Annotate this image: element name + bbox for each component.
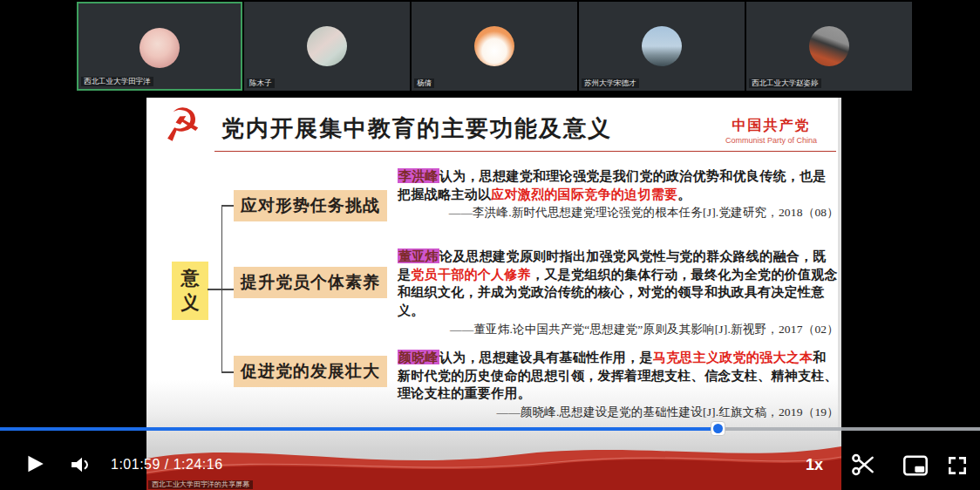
progress-knob[interactable] (711, 421, 725, 436)
puppy-cartoon-avatar (474, 26, 514, 66)
progress-bar[interactable] (0, 427, 980, 431)
pink-cartoon-avatar (140, 28, 180, 68)
time-display: 1:01:59 / 1:24:16 (111, 457, 223, 473)
participant-tile: 杨倩 (412, 2, 577, 91)
participant-tile: 苏州大学宋德才 (579, 2, 745, 91)
author-highlight: 董亚炜 (398, 248, 439, 263)
participant-name: 苏州大学宋德才 (582, 78, 639, 88)
video-player: 西北工业大学田宇洋 陈木子 杨倩 苏州大学宋德才 西北工业大学赵姿婷 ☭ 党内开… (0, 0, 980, 490)
lake-landscape-avatar (642, 26, 682, 66)
citation: ——李洪峰.新时代思想建党理论强党的根本任务[J].党建研究，2018（08） (398, 205, 839, 221)
participant-tile: 陈木子 (244, 2, 410, 91)
diagram-branch-1: 应对形势任务挑战 (234, 190, 387, 221)
participant-filmstrip: 西北工业大学田宇洋 陈木子 杨倩 苏州大学宋德才 西北工业大学赵姿婷 (77, 2, 912, 91)
participant-name: 杨倩 (414, 78, 434, 88)
participant-name: 陈木子 (247, 78, 275, 88)
bracket-stub-bottom (221, 371, 234, 373)
participant-name: 西北工业大学田宇洋 (81, 77, 153, 86)
diagram-branch-3: 促进党的发展壮大 (234, 356, 387, 387)
hammer-sickle-icon: ☭ (159, 98, 204, 153)
author-highlight: 李洪峰 (398, 168, 439, 183)
participant-name: 西北工业大学赵姿婷 (749, 78, 821, 88)
playback-speed-button[interactable]: 1x (806, 456, 823, 474)
flower-avatar (307, 26, 347, 66)
play-button[interactable] (24, 453, 46, 475)
bracket-stub-middle (208, 289, 234, 290)
diagram-root-box: 意义 (172, 262, 208, 320)
bracket-stub-top (221, 205, 234, 207)
quote-block-2: 董亚炜论及思想建党原则时指出加强党风党性与党的群众路线的融合，既是党员干部的个人… (398, 248, 839, 337)
participant-tile: 西北工业大学田宇洋 (77, 2, 242, 91)
participant-tile: 西北工业大学赵姿婷 (746, 2, 912, 91)
diagram-branch-2: 提升党员个体素养 (234, 267, 387, 298)
clip-scissors-button[interactable] (849, 452, 877, 478)
picture-in-picture-button[interactable] (902, 453, 929, 478)
quote-block-3: 颜晓峰认为，思想建设具有基础性作用，是马克思主义政党的强大之本和新时代党的历史使… (398, 349, 839, 420)
citation: ——颜晓峰.思想建设是党的基础性建设[J].红旗文稿，2019（19） (398, 405, 839, 420)
orange-jacket-avatar (809, 26, 849, 66)
volume-icon[interactable] (70, 453, 93, 476)
quote-block-1: 李洪峰认为，思想建党和理论强党是我们党的政治优势和优良传统，也是把握战略主动以应… (398, 167, 839, 221)
fullscreen-button[interactable] (945, 454, 970, 477)
author-highlight: 颜晓峰 (398, 350, 439, 364)
shared-screen-slide: ☭ 党内开展集中教育的主要功能及意义 中国共产党 Communist Party… (146, 98, 841, 490)
citation: ——董亚炜.论中国共产党“思想建党”原则及其影响[J].新视野，2017（02） (398, 322, 839, 337)
share-source-label: 西北工业大学田宇洋的共享屏幕 (148, 480, 253, 489)
progress-fill (0, 427, 718, 431)
